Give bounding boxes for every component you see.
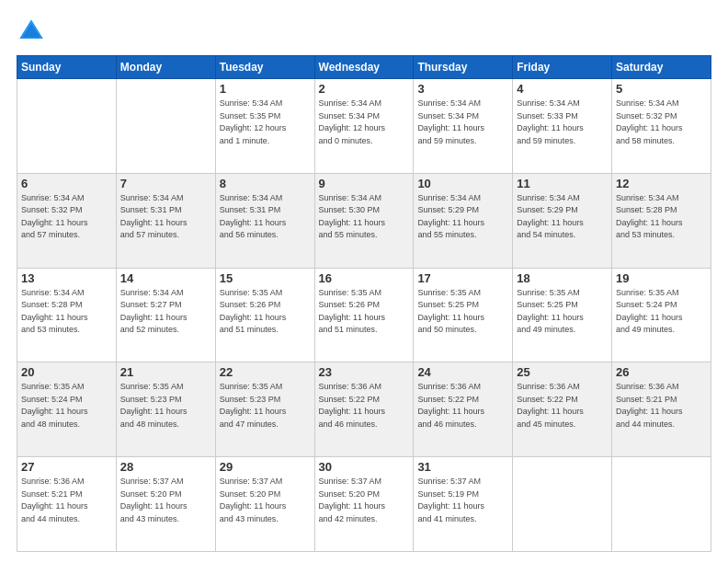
day-number: 15 bbox=[220, 271, 311, 285]
day-number: 2 bbox=[319, 82, 410, 96]
day-number: 11 bbox=[517, 177, 608, 190]
day-info: Sunrise: 5:36 AM Sunset: 5:21 PM Dayligh… bbox=[616, 381, 707, 431]
weekday-header-monday: Monday bbox=[116, 56, 215, 79]
calendar-cell: 31Sunrise: 5:37 AM Sunset: 5:19 PM Dayli… bbox=[414, 457, 513, 552]
day-number: 31 bbox=[417, 460, 508, 474]
calendar-week-row-3: 20Sunrise: 5:35 AM Sunset: 5:24 PM Dayli… bbox=[17, 362, 711, 457]
calendar-week-row-2: 13Sunrise: 5:34 AM Sunset: 5:28 PM Dayli… bbox=[17, 268, 711, 362]
day-number: 22 bbox=[220, 365, 311, 379]
day-number: 26 bbox=[616, 365, 707, 379]
calendar-cell: 21Sunrise: 5:35 AM Sunset: 5:23 PM Dayli… bbox=[116, 362, 215, 457]
calendar-table: SundayMondayTuesdayWednesdayThursdayFrid… bbox=[17, 55, 711, 552]
calendar-cell: 23Sunrise: 5:36 AM Sunset: 5:22 PM Dayli… bbox=[314, 362, 414, 457]
calendar-cell: 25Sunrise: 5:36 AM Sunset: 5:22 PM Dayli… bbox=[513, 362, 612, 457]
day-number: 18 bbox=[517, 271, 608, 285]
weekday-header-saturday: Saturday bbox=[612, 56, 711, 79]
day-info: Sunrise: 5:34 AM Sunset: 5:31 PM Dayligh… bbox=[120, 192, 211, 242]
day-info: Sunrise: 5:35 AM Sunset: 5:25 PM Dayligh… bbox=[417, 287, 508, 337]
calendar-cell: 17Sunrise: 5:35 AM Sunset: 5:25 PM Dayli… bbox=[414, 268, 513, 362]
day-info: Sunrise: 5:34 AM Sunset: 5:32 PM Dayligh… bbox=[616, 98, 707, 147]
calendar-cell: 6Sunrise: 5:34 AM Sunset: 5:32 PM Daylig… bbox=[17, 173, 117, 268]
calendar-week-row-4: 27Sunrise: 5:36 AM Sunset: 5:21 PM Dayli… bbox=[17, 457, 711, 552]
day-number: 28 bbox=[120, 460, 211, 474]
day-number: 30 bbox=[319, 460, 410, 474]
day-number: 25 bbox=[517, 365, 608, 379]
day-number: 9 bbox=[319, 177, 410, 190]
calendar-cell: 11Sunrise: 5:34 AM Sunset: 5:29 PM Dayli… bbox=[513, 173, 612, 268]
day-info: Sunrise: 5:37 AM Sunset: 5:20 PM Dayligh… bbox=[220, 476, 311, 525]
calendar-cell: 8Sunrise: 5:34 AM Sunset: 5:31 PM Daylig… bbox=[215, 173, 314, 268]
day-info: Sunrise: 5:35 AM Sunset: 5:24 PM Dayligh… bbox=[21, 381, 112, 431]
calendar-cell bbox=[17, 79, 117, 174]
header bbox=[17, 17, 711, 46]
day-info: Sunrise: 5:35 AM Sunset: 5:26 PM Dayligh… bbox=[220, 287, 311, 337]
day-info: Sunrise: 5:34 AM Sunset: 5:27 PM Dayligh… bbox=[120, 287, 211, 337]
calendar-cell: 12Sunrise: 5:34 AM Sunset: 5:28 PM Dayli… bbox=[612, 173, 711, 268]
day-number: 10 bbox=[417, 177, 508, 190]
day-info: Sunrise: 5:34 AM Sunset: 5:28 PM Dayligh… bbox=[21, 287, 112, 337]
weekday-header-wednesday: Wednesday bbox=[314, 56, 414, 79]
calendar-cell: 10Sunrise: 5:34 AM Sunset: 5:29 PM Dayli… bbox=[414, 173, 513, 268]
day-number: 21 bbox=[120, 365, 211, 379]
day-info: Sunrise: 5:34 AM Sunset: 5:29 PM Dayligh… bbox=[417, 192, 508, 242]
calendar-cell: 14Sunrise: 5:34 AM Sunset: 5:27 PM Dayli… bbox=[116, 268, 215, 362]
day-info: Sunrise: 5:34 AM Sunset: 5:31 PM Dayligh… bbox=[220, 192, 311, 242]
calendar-cell: 22Sunrise: 5:35 AM Sunset: 5:23 PM Dayli… bbox=[215, 362, 314, 457]
day-info: Sunrise: 5:34 AM Sunset: 5:32 PM Dayligh… bbox=[21, 192, 112, 242]
day-info: Sunrise: 5:35 AM Sunset: 5:26 PM Dayligh… bbox=[319, 287, 410, 337]
calendar-cell: 20Sunrise: 5:35 AM Sunset: 5:24 PM Dayli… bbox=[17, 362, 117, 457]
calendar-cell bbox=[513, 457, 612, 552]
calendar-cell: 29Sunrise: 5:37 AM Sunset: 5:20 PM Dayli… bbox=[215, 457, 314, 552]
calendar-cell: 19Sunrise: 5:35 AM Sunset: 5:24 PM Dayli… bbox=[612, 268, 711, 362]
day-number: 12 bbox=[616, 177, 707, 190]
calendar-cell: 1Sunrise: 5:34 AM Sunset: 5:35 PM Daylig… bbox=[215, 79, 314, 174]
calendar-cell: 24Sunrise: 5:36 AM Sunset: 5:22 PM Dayli… bbox=[414, 362, 513, 457]
day-info: Sunrise: 5:37 AM Sunset: 5:20 PM Dayligh… bbox=[120, 476, 211, 525]
calendar-cell: 3Sunrise: 5:34 AM Sunset: 5:34 PM Daylig… bbox=[414, 79, 513, 174]
day-number: 29 bbox=[220, 460, 311, 474]
weekday-header-thursday: Thursday bbox=[414, 56, 513, 79]
day-info: Sunrise: 5:34 AM Sunset: 5:34 PM Dayligh… bbox=[417, 98, 508, 147]
day-info: Sunrise: 5:35 AM Sunset: 5:23 PM Dayligh… bbox=[120, 381, 211, 431]
day-info: Sunrise: 5:34 AM Sunset: 5:33 PM Dayligh… bbox=[517, 98, 608, 147]
calendar-week-row-1: 6Sunrise: 5:34 AM Sunset: 5:32 PM Daylig… bbox=[17, 173, 711, 268]
weekday-header-friday: Friday bbox=[513, 56, 612, 79]
day-number: 17 bbox=[417, 271, 508, 285]
day-number: 27 bbox=[21, 460, 112, 474]
calendar-cell: 26Sunrise: 5:36 AM Sunset: 5:21 PM Dayli… bbox=[612, 362, 711, 457]
calendar-cell: 27Sunrise: 5:36 AM Sunset: 5:21 PM Dayli… bbox=[17, 457, 117, 552]
calendar-cell: 30Sunrise: 5:37 AM Sunset: 5:20 PM Dayli… bbox=[314, 457, 414, 552]
day-info: Sunrise: 5:34 AM Sunset: 5:35 PM Dayligh… bbox=[220, 98, 311, 147]
calendar-cell: 13Sunrise: 5:34 AM Sunset: 5:28 PM Dayli… bbox=[17, 268, 117, 362]
day-number: 8 bbox=[220, 177, 311, 190]
day-info: Sunrise: 5:36 AM Sunset: 5:21 PM Dayligh… bbox=[21, 476, 112, 525]
calendar-cell: 9Sunrise: 5:34 AM Sunset: 5:30 PM Daylig… bbox=[314, 173, 414, 268]
calendar-cell: 7Sunrise: 5:34 AM Sunset: 5:31 PM Daylig… bbox=[116, 173, 215, 268]
page: SundayMondayTuesdayWednesdayThursdayFrid… bbox=[0, 0, 728, 563]
day-number: 3 bbox=[417, 82, 508, 96]
day-number: 5 bbox=[616, 82, 707, 96]
logo-icon bbox=[17, 17, 46, 46]
day-info: Sunrise: 5:34 AM Sunset: 5:29 PM Dayligh… bbox=[517, 192, 608, 242]
calendar-cell: 18Sunrise: 5:35 AM Sunset: 5:25 PM Dayli… bbox=[513, 268, 612, 362]
day-number: 20 bbox=[21, 365, 112, 379]
calendar-cell: 28Sunrise: 5:37 AM Sunset: 5:20 PM Dayli… bbox=[116, 457, 215, 552]
day-info: Sunrise: 5:37 AM Sunset: 5:19 PM Dayligh… bbox=[417, 476, 508, 525]
day-info: Sunrise: 5:34 AM Sunset: 5:30 PM Dayligh… bbox=[319, 192, 410, 242]
weekday-header-sunday: Sunday bbox=[17, 56, 117, 79]
day-info: Sunrise: 5:36 AM Sunset: 5:22 PM Dayligh… bbox=[417, 381, 508, 431]
calendar-cell: 2Sunrise: 5:34 AM Sunset: 5:34 PM Daylig… bbox=[314, 79, 414, 174]
day-number: 7 bbox=[120, 177, 211, 190]
calendar-cell: 16Sunrise: 5:35 AM Sunset: 5:26 PM Dayli… bbox=[314, 268, 414, 362]
day-number: 23 bbox=[319, 365, 410, 379]
day-number: 16 bbox=[319, 271, 410, 285]
day-info: Sunrise: 5:37 AM Sunset: 5:20 PM Dayligh… bbox=[319, 476, 410, 525]
calendar-cell bbox=[612, 457, 711, 552]
day-number: 6 bbox=[21, 177, 112, 190]
calendar-cell: 15Sunrise: 5:35 AM Sunset: 5:26 PM Dayli… bbox=[215, 268, 314, 362]
day-number: 19 bbox=[616, 271, 707, 285]
weekday-header-tuesday: Tuesday bbox=[215, 56, 314, 79]
day-info: Sunrise: 5:36 AM Sunset: 5:22 PM Dayligh… bbox=[517, 381, 608, 431]
day-info: Sunrise: 5:35 AM Sunset: 5:24 PM Dayligh… bbox=[616, 287, 707, 337]
calendar-cell bbox=[116, 79, 215, 174]
